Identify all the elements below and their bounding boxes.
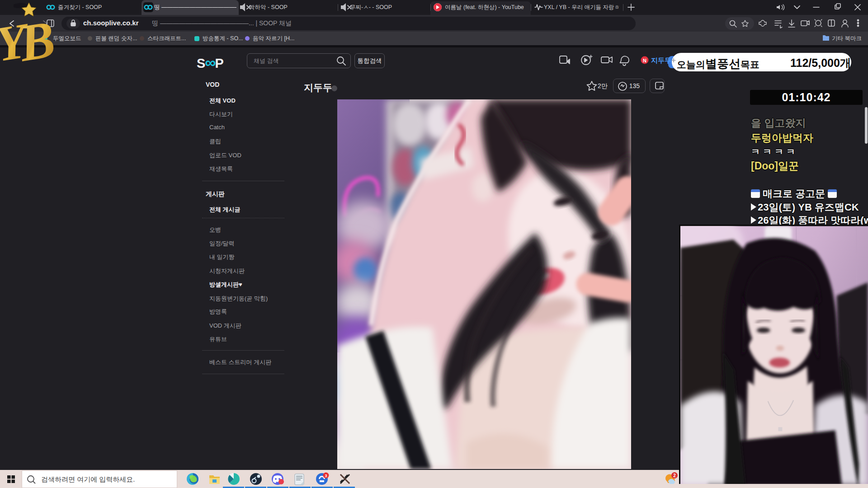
svg-text:2: 2	[673, 473, 676, 478]
svg-text:3: 3	[325, 474, 327, 478]
svg-text:지두두: 지두두	[651, 56, 671, 64]
svg-text:N: N	[643, 58, 646, 63]
